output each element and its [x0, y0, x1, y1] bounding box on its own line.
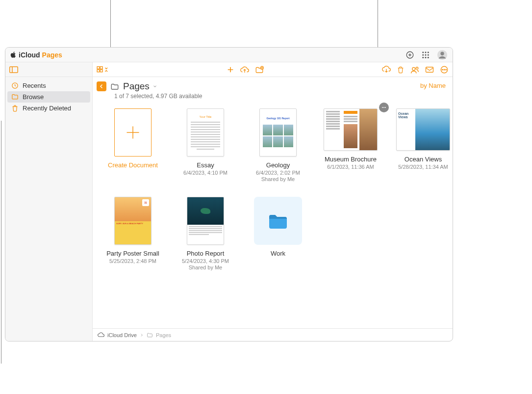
view-switcher-icon[interactable]	[97, 66, 108, 73]
tile-label: Photo Report	[187, 250, 225, 257]
tile-label: Geology	[266, 161, 290, 169]
breadcrumb-current: Pages	[156, 332, 171, 338]
document-thumb: Geology 101 Report	[259, 108, 297, 157]
svg-point-11	[440, 52, 444, 55]
download-cloud-icon[interactable]	[382, 66, 391, 74]
svg-rect-16	[97, 70, 100, 72]
clock-icon	[11, 82, 19, 89]
delete-icon[interactable]	[397, 66, 405, 74]
svg-point-3	[428, 52, 429, 53]
upload-cloud-icon[interactable]	[240, 66, 249, 74]
document-thumb: 31 SURF, SUN & BEACH PARTY	[114, 197, 152, 245]
thumb-text: SURF, SUN & BEACH PARTY	[115, 221, 151, 244]
document-tile-photo-report[interactable]: Photo Report 5/24/2023, 4:30 PM Shared b…	[169, 197, 242, 270]
breadcrumb-root[interactable]: iCloud Drive	[107, 332, 137, 338]
create-document-tile[interactable]: Create Document	[97, 108, 169, 182]
document-thumb	[324, 108, 378, 151]
sidebar-item-recently-deleted[interactable]: Recently Deleted	[5, 103, 92, 114]
folder-icon	[147, 332, 153, 338]
tile-label: Ocean Views	[405, 156, 442, 163]
chevron-right-icon	[140, 332, 144, 338]
apple-logo-icon	[10, 52, 17, 58]
tile-shared: Shared by Me	[189, 264, 222, 270]
tile-date: 6/4/2023, 2:02 PM	[256, 170, 300, 176]
svg-point-25	[446, 69, 447, 70]
tile-shared: Shared by Me	[261, 176, 295, 182]
more-icon[interactable]	[440, 65, 449, 74]
sidebar-item-label: Recently Deleted	[23, 105, 71, 112]
thumb-title: Your Title	[198, 115, 213, 118]
thumb-title: Geology 101 Report	[260, 117, 296, 120]
document-tile-museum-brochure[interactable]: Museum Brochure 6/1/2023, 11:36 AM	[314, 108, 387, 182]
account-avatar-icon[interactable]	[437, 50, 448, 60]
svg-point-20	[416, 67, 418, 69]
svg-point-5	[425, 54, 427, 55]
svg-rect-17	[100, 70, 102, 72]
thumb-date-badge: 31	[142, 199, 149, 206]
svg-point-8	[425, 56, 427, 58]
app-launcher-icon[interactable]	[421, 51, 430, 59]
selection-status: 1 of 7 selected, 4.97 GB available	[97, 92, 202, 100]
svg-point-28	[385, 107, 386, 108]
folder-thumb	[254, 197, 302, 245]
document-thumb: Ocean Views	[396, 108, 450, 151]
thumb-title: Ocean Views	[398, 112, 414, 119]
svg-point-2	[425, 52, 427, 53]
create-thumb	[114, 108, 152, 157]
tile-date: 5/25/2023, 2:48 PM	[109, 258, 156, 264]
svg-point-23	[442, 69, 443, 70]
breadcrumb: iCloud Drive Pages	[93, 328, 453, 341]
brand: iCloud Pages	[10, 51, 62, 59]
document-tile-essay[interactable]: Your Title Essay 6/4/2023, 4:10 PM	[169, 108, 242, 182]
folder-icon	[11, 93, 19, 101]
document-tile-ocean-views[interactable]: Ocean Views Ocean Views 5/28/2023, 11:34…	[387, 108, 453, 182]
svg-point-1	[422, 52, 424, 53]
document-tile-geology[interactable]: Geology 101 Report Geology 6/4/2023, 2:0…	[242, 108, 314, 182]
collaborate-icon[interactable]	[410, 66, 419, 74]
sidebar-list: Recents Browse Recently Deleted	[5, 77, 92, 117]
sidebar-item-label: Browse	[23, 93, 44, 101]
titlebar-right	[405, 50, 448, 60]
new-folder-icon[interactable]	[255, 66, 264, 74]
document-thumb	[187, 197, 224, 245]
svg-rect-15	[100, 66, 102, 69]
main: Pages 1 of 7 selected, 4.97 GB available…	[93, 62, 453, 341]
app-window: iCloud Pages	[5, 47, 453, 341]
svg-rect-12	[10, 67, 18, 73]
document-tile-party-poster[interactable]: 31 SURF, SUN & BEACH PARTY Party Poster …	[97, 197, 169, 270]
folder-tile-work[interactable]: Work	[242, 197, 314, 270]
document-thumb: Your Title	[187, 108, 224, 157]
trash-icon	[11, 105, 19, 112]
folder-icon	[110, 82, 119, 90]
cloud-icon	[98, 332, 104, 338]
header: Pages 1 of 7 selected, 4.97 GB available…	[93, 77, 453, 100]
chevron-down-icon	[152, 84, 157, 89]
tile-label: Party Poster Small	[106, 250, 159, 257]
folder-title-text: Pages	[123, 81, 150, 92]
svg-point-9	[428, 56, 429, 58]
add-circle-icon[interactable]	[405, 51, 414, 59]
sidebar-item-browse[interactable]: Browse	[7, 91, 90, 103]
sort-button[interactable]: by Name	[420, 81, 446, 89]
svg-point-26	[382, 107, 383, 108]
folder-icon	[266, 211, 290, 231]
email-icon[interactable]	[425, 66, 434, 73]
tile-date: 6/4/2023, 4:10 PM	[183, 170, 228, 176]
svg-point-4	[422, 54, 424, 55]
svg-point-7	[422, 56, 424, 58]
tile-label: Essay	[197, 161, 214, 169]
document-grid: Create Document Your Title Essay 6/4/20	[93, 100, 453, 270]
sidebar-item-recents[interactable]: Recents	[5, 80, 92, 91]
folder-title[interactable]: Pages	[123, 81, 157, 92]
brand-icloud: iCloud	[19, 51, 40, 59]
tile-label: Work	[271, 250, 285, 257]
tile-date: 5/28/2023, 11:34 AM	[398, 164, 448, 170]
tile-more-button[interactable]	[379, 103, 389, 112]
sidebar-item-label: Recents	[23, 82, 46, 89]
callout-line	[1, 121, 1, 364]
toggle-sidebar-icon[interactable]	[9, 66, 18, 73]
tile-date: 5/24/2023, 4:30 PM	[182, 258, 229, 264]
toolbar	[93, 62, 453, 77]
new-doc-icon[interactable]	[227, 66, 234, 74]
back-button[interactable]	[97, 81, 106, 91]
